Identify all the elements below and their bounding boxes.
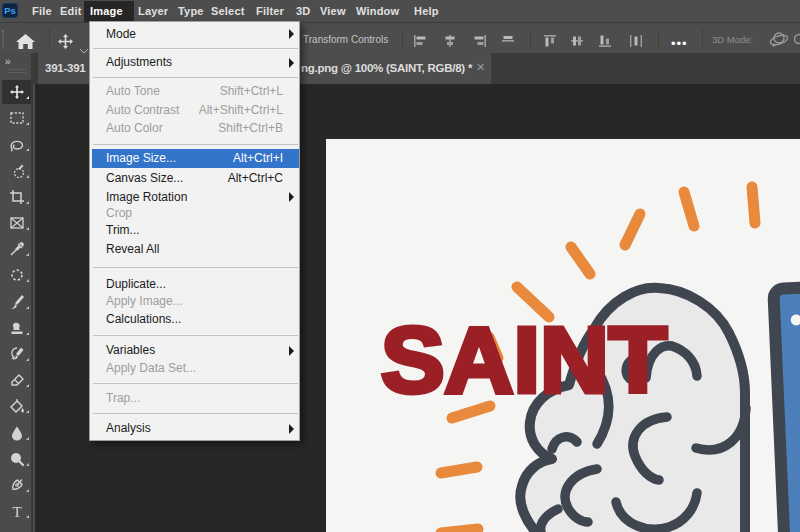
- svg-text:SAINT: SAINT: [381, 308, 667, 412]
- svg-text:T: T: [12, 504, 21, 520]
